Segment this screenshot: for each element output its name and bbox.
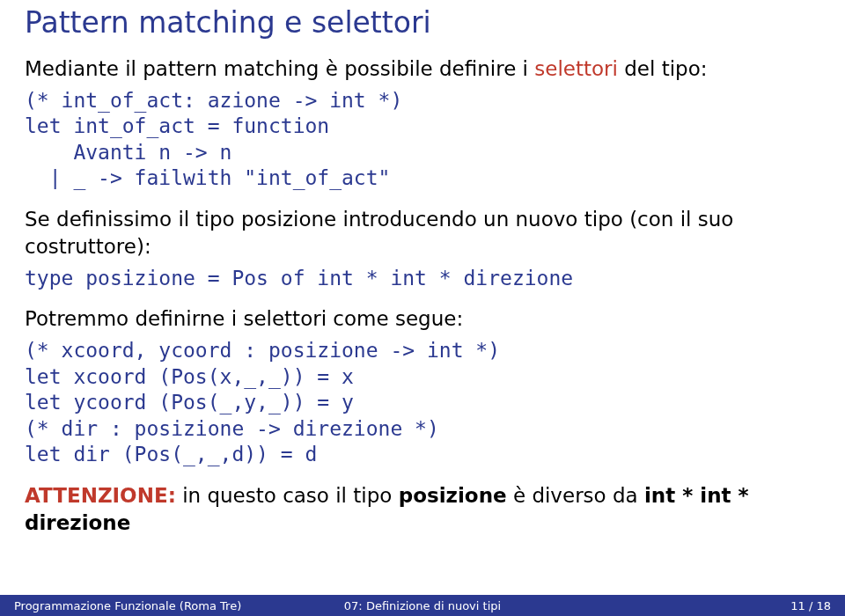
attn-bold-1: posizione: [399, 484, 507, 507]
attn-a: in questo caso il tipo: [176, 484, 399, 507]
paragraph-3: Potremmo definirne i selettori come segu…: [25, 305, 820, 333]
slide: Pattern matching e selettori Mediante il…: [0, 0, 845, 616]
code-block-2: type posizione = Pos of int * int * dire…: [25, 266, 820, 291]
slide-title: Pattern matching e selettori: [25, 0, 820, 55]
footer: Programmazione Funzionale (Roma Tre) 07:…: [0, 595, 845, 616]
footer-center: 07: Definizione di nuovi tipi: [286, 599, 558, 612]
para1-highlight: selettori: [534, 57, 618, 80]
para1-b: del tipo:: [618, 57, 708, 80]
footer-right: 11 / 18: [559, 599, 831, 612]
attn-mid: è diverso da: [507, 484, 644, 507]
para1-a: Mediante il pattern matching è possibile…: [25, 57, 534, 80]
attention-label: ATTENZIONE:: [25, 484, 176, 507]
attention-paragraph: ATTENZIONE: in questo caso il tipo posiz…: [25, 482, 820, 537]
footer-left: Programmazione Funzionale (Roma Tre): [14, 599, 286, 612]
code-block-3: (* xcoord, ycoord : posizione -> int *) …: [25, 338, 820, 467]
code-block-1: (* int_of_act: azione -> int *) let int_…: [25, 88, 820, 192]
paragraph-1: Mediante il pattern matching è possibile…: [25, 55, 820, 83]
paragraph-2: Se definissimo il tipo posizione introdu…: [25, 206, 820, 260]
